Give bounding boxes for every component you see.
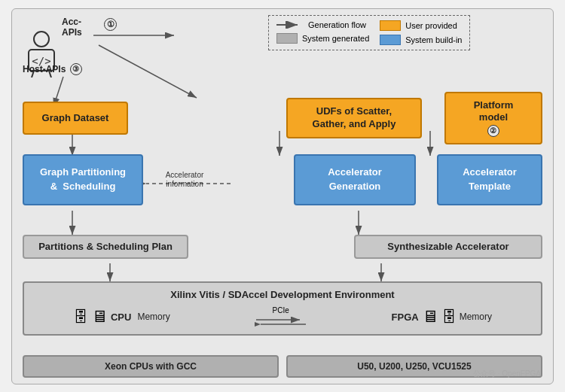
host-apis-label: Host-APIs ③ bbox=[23, 63, 82, 75]
legend-area: Generation flow System generated User pr… bbox=[268, 15, 542, 50]
person-area: Acc-APIs ① </> Host-APIs ③ bbox=[23, 17, 60, 81]
memory-left-label: Memory bbox=[137, 311, 170, 322]
partitions-plan-box: Partitions & Scheduling Plan bbox=[23, 235, 188, 259]
legend-system-buildin: System build-in bbox=[380, 35, 462, 45]
pcie-arrows bbox=[255, 316, 307, 328]
cpu-chip-icon: 🖥 bbox=[91, 307, 108, 327]
legend-user-provided: User provided bbox=[380, 20, 462, 31]
platform-model-box: Platform model ② bbox=[444, 92, 542, 145]
memory-right-icon: 🗄 bbox=[441, 308, 457, 326]
fpga-chip-icon: 🖥 bbox=[422, 307, 438, 327]
badge-1: ① bbox=[104, 18, 117, 31]
synthesizable-accel-box: Synthesizable Accelerator bbox=[354, 235, 542, 259]
row2: Graph Partitioning& Scheduling Accelerat… bbox=[23, 154, 542, 205]
right-hw-group: FPGA 🖥 🗄 Memory bbox=[392, 307, 492, 327]
svg-point-19 bbox=[34, 32, 49, 47]
hw-row: 🗄 🖥 CPU Memory PCIe bbox=[33, 306, 532, 328]
xilinx-box: Xilinx Vitis / SDAccel Development Envir… bbox=[23, 281, 542, 336]
xeon-box: Xeon CPUs with GCC bbox=[23, 355, 279, 378]
svg-line-4 bbox=[99, 45, 197, 98]
memory-left-icon: 🗄 bbox=[73, 308, 88, 326]
main-container: Generation flow System generated User pr… bbox=[11, 8, 554, 384]
badge-2: ② bbox=[487, 125, 499, 137]
pcie-label: PCIe bbox=[273, 306, 289, 315]
row1: Graph Dataset UDFs of Scatter,Gather, an… bbox=[23, 92, 542, 145]
acc-apis-label: Acc-APIs bbox=[62, 17, 82, 38]
udfs-box: UDFs of Scatter,Gather, and Apply bbox=[286, 98, 422, 138]
fpga-label: FPGA bbox=[392, 311, 419, 323]
legend-generation-flow: Generation flow bbox=[276, 20, 369, 29]
xilinx-title: Xilinx Vitis / SDAccel Development Envir… bbox=[33, 289, 532, 300]
xilinx-env-container: Xilinx Vitis / SDAccel Development Envir… bbox=[23, 281, 542, 336]
watermark: 公众号 · OpenFPGA bbox=[473, 369, 541, 379]
accel-generation-box: AcceleratorGeneration bbox=[294, 154, 416, 205]
cpu-label: CPU bbox=[111, 311, 131, 323]
left-hw-group: 🗄 🖥 CPU Memory bbox=[73, 307, 170, 327]
pcie-area: PCIe bbox=[255, 306, 307, 328]
memory-right-label: Memory bbox=[460, 311, 492, 322]
legend-system-generated: System generated bbox=[276, 33, 369, 44]
graph-dataset-box: Graph Dataset bbox=[23, 102, 128, 135]
accel-info-label: Accelerator information bbox=[151, 171, 218, 189]
bottom-boxes: Xeon CPUs with GCC U50, U200, U250, VCU1… bbox=[23, 355, 542, 378]
badge-3: ③ bbox=[70, 63, 82, 75]
accel-template-box: AcceleratorTemplate bbox=[437, 154, 542, 205]
row3: Partitions & Scheduling Plan Synthesizab… bbox=[23, 235, 542, 259]
graph-partitioning-box: Graph Partitioning& Scheduling bbox=[23, 154, 143, 205]
